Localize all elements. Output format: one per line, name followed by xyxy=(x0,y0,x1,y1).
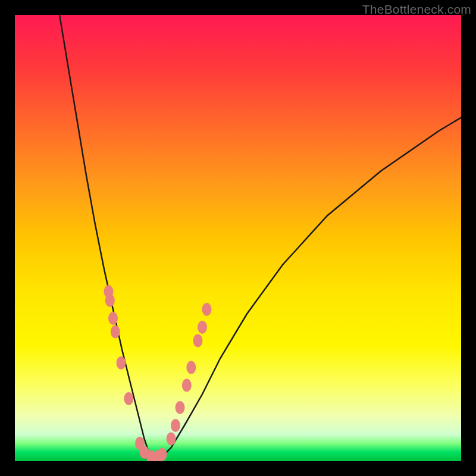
data-marker xyxy=(105,294,115,307)
data-marker xyxy=(186,361,196,374)
data-marker xyxy=(124,392,133,405)
data-marker xyxy=(176,401,185,414)
data-marker xyxy=(198,321,207,334)
data-marker xyxy=(171,419,180,432)
data-marker xyxy=(117,356,126,369)
data-marker xyxy=(193,334,203,347)
chart-container: TheBottleneck.com xyxy=(0,0,476,476)
data-marker xyxy=(182,379,192,392)
bottleneck-curve xyxy=(60,15,461,457)
curve-svg xyxy=(15,15,461,461)
data-marker xyxy=(202,303,212,316)
data-marker xyxy=(158,448,167,461)
data-marker xyxy=(111,325,120,339)
data-marker xyxy=(108,312,118,325)
marker-group xyxy=(104,285,212,461)
plot-area xyxy=(15,15,461,461)
data-marker xyxy=(167,433,176,446)
